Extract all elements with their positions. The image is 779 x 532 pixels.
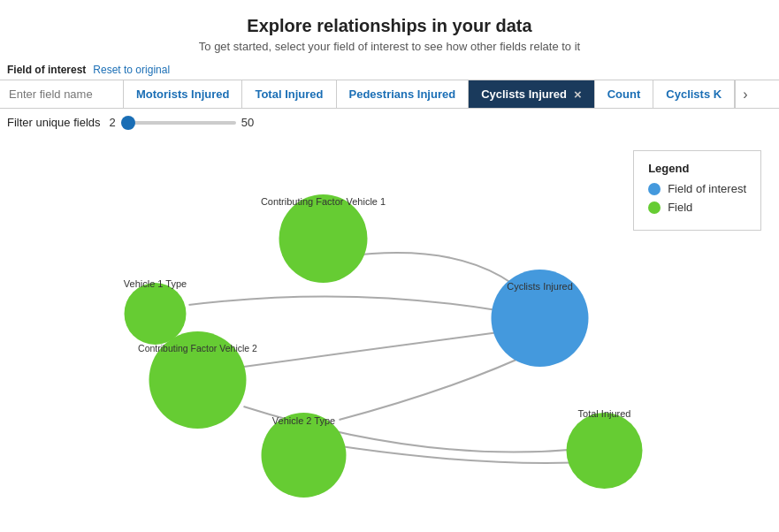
node-label-contributing-factor-1: Contributing Factor Vehicle 1 — [261, 196, 386, 207]
tab-close-cyclists-injured[interactable]: × — [574, 87, 582, 101]
node-label-vehicle-2-type: Vehicle 2 Type — [272, 415, 335, 426]
node-vehicle-1-type[interactable] — [125, 283, 187, 345]
node-label-cyclists-injured: Cyclists Injured — [507, 281, 573, 292]
tab-total-injured[interactable]: Total Injured — [242, 80, 336, 108]
node-label-total-injured: Total Injured — [578, 408, 631, 419]
node-total-injured[interactable] — [567, 413, 643, 489]
page-subtitle: To get started, select your field of int… — [0, 40, 779, 53]
legend-item-field: Field — [648, 201, 746, 214]
page-title: Explore relationships in your data — [0, 16, 779, 36]
slider-max-value: 50 — [241, 116, 254, 129]
tab-cyclists-injured[interactable]: Cyclists Injured × — [469, 80, 595, 108]
filter-label: Filter unique fields — [7, 116, 101, 129]
filter-slider[interactable] — [121, 121, 236, 125]
legend-item-field-of-interest: Field of interest — [648, 182, 746, 195]
legend-dot-field — [648, 201, 661, 214]
tab-cyclists-k[interactable]: Cyclists K — [653, 80, 735, 108]
reset-link[interactable]: Reset to original — [93, 64, 170, 76]
field-name-input[interactable] — [0, 80, 124, 108]
tab-count[interactable]: Count — [595, 80, 654, 108]
field-interest-bar: Field of interest Reset to original — [0, 58, 779, 80]
legend-title: Legend — [648, 162, 746, 175]
edge — [340, 349, 540, 420]
field-interest-label: Field of interest — [7, 64, 86, 76]
legend: Legend Field of interest Field — [633, 150, 761, 231]
filter-row: Filter unique fields 2 50 — [0, 109, 779, 133]
legend-label-field-of-interest: Field of interest — [668, 182, 746, 195]
header: Explore relationships in your data To ge… — [0, 0, 779, 58]
legend-dot-field-of-interest — [648, 183, 661, 195]
tab-pedestrians-injured[interactable]: Pedestrians Injured — [337, 80, 470, 108]
legend-label-field: Field — [668, 201, 692, 214]
tab-motorists-injured[interactable]: Motorists Injured — [124, 80, 242, 108]
node-label-contributing-factor-2: Contributing Factor Vehicle 2 — [138, 343, 257, 353]
node-label-vehicle-1-type: Vehicle 1 Type — [124, 278, 187, 289]
slider-container: 2 50 — [110, 116, 255, 129]
slider-min-value: 2 — [110, 116, 116, 129]
edge — [189, 296, 540, 318]
main-area: Contributing Factor Vehicle 1 Vehicle 1 … — [0, 133, 779, 504]
node-contributing-factor-1[interactable] — [279, 194, 368, 283]
edge — [341, 446, 602, 463]
tabs-row: Motorists Injured Total Injured Pedestri… — [0, 80, 779, 109]
tab-scroll-right-button[interactable]: › — [735, 80, 754, 108]
